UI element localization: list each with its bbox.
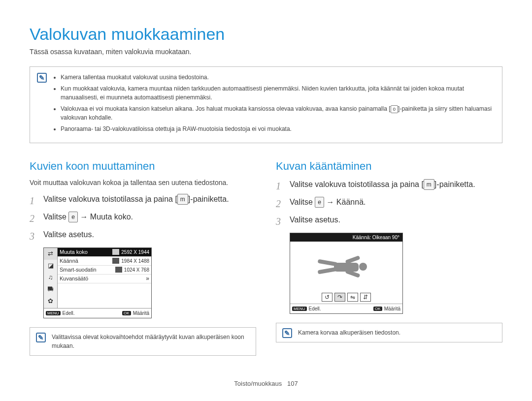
e-key-icon: e — [315, 197, 324, 208]
info-icon: ✎ — [282, 328, 292, 338]
resize-desc: Voit muuttaa valokuvan kokoa ja tallenta… — [30, 179, 256, 186]
music-icon[interactable]: ♫ — [44, 272, 57, 283]
step-3: Valitse asetus. — [276, 214, 502, 226]
step-2: Valitse e → Muuta koko. — [30, 211, 256, 223]
chevron-right-icon: » — [146, 275, 149, 282]
vehicle-icon[interactable]: ⛟ — [44, 283, 57, 295]
menu-label: Smart-suodatin — [60, 267, 115, 273]
info-bullet: Valokuvaa ei voi muokata kansion katselu… — [61, 104, 495, 123]
menu-value: 2592 X 1944 — [121, 249, 149, 255]
rotate-title: Kuvan kääntäminen — [276, 160, 502, 173]
menu-label: Muuta koko — [60, 249, 112, 255]
info-bullet: Kun muokkaat valokuvia, kamera muuntaa n… — [61, 84, 495, 102]
camera-icon[interactable]: ◪ — [44, 260, 57, 272]
footer-page-number: 107 — [287, 380, 298, 387]
person-silhouette — [317, 254, 376, 278]
rotate-footer: MENU Edell. OK Määritä — [290, 304, 402, 313]
ok-key-badge: OK — [373, 307, 382, 311]
menu-label: Käännä — [60, 258, 112, 264]
info-icon: ✎ — [37, 73, 47, 83]
size-icon — [112, 258, 119, 264]
note-text: Kamera korvaa alkuperäisen tiedoston. — [298, 329, 400, 336]
footer-left-label: Edell. — [309, 306, 321, 311]
footer-section: Toisto/muokkaus — [234, 380, 282, 387]
step-2: Valitse e → Käännä. — [276, 196, 502, 208]
left-column: Kuvien koon muuttaminen Voit muuttaa val… — [30, 160, 256, 356]
menu-row-adjust[interactable]: Kuvansäätö » — [58, 275, 151, 283]
menu-value: 1024 X 768 — [124, 267, 149, 273]
info-icon: ✎ — [36, 333, 46, 342]
step-1: Valitse valokuva toistotilassa ja paina … — [276, 179, 502, 190]
page-title: Valokuvan muokkaaminen — [30, 25, 502, 44]
rotate-controls: ↺ ↷ ⇋ ⇵ — [290, 291, 402, 304]
size-icon — [112, 249, 119, 255]
rotate-cw-button[interactable]: ↷ — [334, 293, 345, 302]
menu-key-badge: MENU — [46, 311, 61, 315]
gear-icon[interactable]: ✿ — [44, 295, 57, 307]
page-footer: Toisto/muokkaus 107 — [0, 380, 532, 387]
m-key-icon: m — [177, 194, 188, 205]
info-bullet: Panoraama- tai 3D-valokuvatiloissa otett… — [61, 124, 495, 134]
info-bullet-text-a: Valokuvaa ei voi muokata kansion katselu… — [61, 105, 391, 112]
note-text: Valittavissa olevat kokovaihtoehdot määr… — [52, 334, 244, 349]
menu-value: 1984 X 1488 — [121, 258, 149, 264]
step-1: Valitse valokuva toistotilassa ja paina … — [30, 193, 256, 205]
menu-blank — [58, 283, 151, 308]
top-info-box: ✎ Kamera tallentaa muokatut valokuvat uu… — [30, 66, 502, 143]
footer-right-label: Määritä — [133, 310, 149, 316]
footer-left-label: Edell. — [63, 310, 75, 316]
rotate-note: ✎ Kamera korvaa alkuperäisen tiedoston. — [276, 323, 502, 342]
m-key-icon: m — [424, 179, 434, 190]
menu-row-filter[interactable]: Smart-suodatin 1024 X 768 — [58, 266, 151, 275]
resize-note: ✎ Valittavissa olevat kokovaihtoehdot mä… — [30, 327, 256, 356]
rotate-flip-h-button[interactable]: ⇋ — [347, 293, 358, 302]
size-icon — [115, 267, 122, 273]
right-column: Kuvan kääntäminen Valitse valokuva toist… — [276, 160, 502, 356]
menu-row-rotate[interactable]: Käännä 1984 X 1488 — [58, 257, 151, 266]
rotate-preview — [290, 242, 402, 291]
ui-sidebar: ⇄ ◪ ♫ ⛟ ✿ — [44, 248, 58, 308]
camera-resize-ui: ⇄ ◪ ♫ ⛟ ✿ Muuta koko 2592 X 1944 Kä — [43, 247, 152, 318]
menu-key-badge: MENU — [292, 307, 307, 311]
e-key-icon: e — [68, 212, 78, 222]
resize-title: Kuvien koon muuttaminen — [30, 160, 256, 173]
ui-footer: MENU Edell. OK Määritä — [44, 308, 151, 318]
resize-steps: Valitse valokuva toistotilassa ja paina … — [30, 193, 256, 241]
camera-rotate-ui: Käännä: Oikeaan 90° ↺ ↷ ⇋ ⇵ MENU Edell. — [290, 233, 403, 314]
step-3: Valitse asetus. — [30, 229, 256, 241]
rotate-flip-v-button[interactable]: ⇵ — [360, 293, 371, 302]
o-key-icon: o — [391, 105, 399, 113]
rotate-steps: Valitse valokuva toistotilassa ja paina … — [276, 179, 502, 226]
rotate-header: Käännä: Oikeaan 90° — [290, 233, 402, 242]
info-bullet: Kamera tallentaa muokatut valokuvat uusi… — [61, 73, 495, 82]
menu-label: Kuvansäätö — [60, 276, 146, 281]
footer-right-label: Määritä — [384, 306, 400, 311]
menu-row-resize[interactable]: Muuta koko 2592 X 1944 — [58, 248, 151, 257]
swap-icon[interactable]: ⇄ — [44, 248, 57, 260]
page-intro: Tässä osassa kuvataan, miten valokuvia m… — [30, 48, 502, 56]
rotate-ccw-button[interactable]: ↺ — [322, 293, 332, 302]
ok-key-badge: OK — [122, 311, 131, 315]
